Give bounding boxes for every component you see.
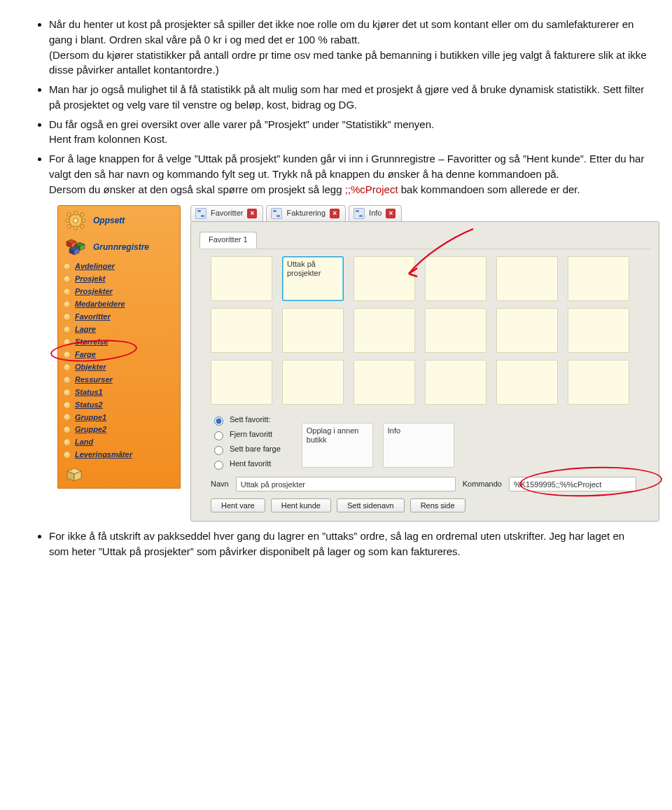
sidebar-item-leveringsmater[interactable]: Leveringsmåter	[64, 449, 180, 461]
svg-point-1	[74, 218, 78, 223]
hent-vare-button[interactable]: Hent vare	[211, 498, 265, 512]
fav-cell[interactable]	[568, 256, 629, 301]
sidebar-header-grunnregistre[interactable]: Grunnregistre	[58, 232, 180, 259]
fav-cell[interactable]	[425, 360, 486, 405]
svg-rect-7	[80, 212, 84, 216]
sidebar-item-gruppe1[interactable]: Gruppe1	[64, 412, 180, 424]
fav-cell[interactable]	[211, 308, 272, 353]
close-icon[interactable]: ×	[247, 209, 257, 218]
tab-label: Fakturering	[286, 208, 326, 219]
sidebar-item-prosjekt[interactable]: Prosjekt	[64, 273, 180, 286]
sidebar-item-label: Prosjekter	[75, 286, 113, 298]
navn-label: Navn	[211, 479, 229, 490]
radio-label: Fjern favoritt	[230, 429, 272, 440]
bullet-icon	[64, 452, 71, 459]
hent-kunde-button[interactable]: Hent kunde	[271, 498, 331, 512]
fav-cell[interactable]	[282, 308, 344, 353]
bullet-4-code: ;;%cProject	[345, 183, 398, 195]
fav-cell-selected[interactable]: Uttak på prosjekter	[282, 256, 344, 301]
app-screenshot: Oppsett	[57, 205, 659, 522]
fav-cell[interactable]	[354, 308, 415, 353]
sidebar-item-gruppe2[interactable]: Gruppe2	[64, 424, 180, 436]
sidebar-item-label: Status2	[75, 400, 103, 411]
bullet-1-p2: (Dersom du kjører statistikker på antall…	[49, 49, 647, 76]
radio-input[interactable]	[214, 461, 223, 470]
close-icon[interactable]: ×	[386, 209, 396, 218]
bullet-1-p1: Når du henter ut kost på prosjekter så s…	[49, 18, 634, 46]
fav-cell[interactable]	[496, 256, 558, 301]
sidebar-header-oppsett[interactable]: Oppsett	[58, 206, 180, 232]
sidebar-item-objekter[interactable]: Objekter	[64, 361, 180, 374]
radio-input[interactable]	[214, 431, 223, 440]
sidebar-item-label: Farge	[75, 349, 96, 361]
radio-hent-favoritt[interactable]: Hent favoritt	[211, 459, 281, 470]
sidebar-item-farge[interactable]: Farge	[64, 349, 180, 361]
bullet-2: Man har jo også mulighet til å få statis…	[49, 82, 647, 113]
tab-info[interactable]: Info×	[349, 205, 402, 221]
tab-favoritter[interactable]: Favoritter×	[190, 205, 263, 221]
sidebar-item-lagre[interactable]: Lagre	[64, 323, 180, 336]
sidebar-item-status1[interactable]: Status1	[64, 386, 180, 399]
bullet-icon	[64, 389, 71, 396]
bullet-icon	[64, 326, 71, 333]
bullet-4-p2c: bak kommandoen som allerede er der.	[398, 183, 580, 195]
sett-sidenavn-button[interactable]: Sett sidenavn	[337, 498, 405, 512]
sidebar-item-label: Objekter	[75, 362, 106, 373]
radio-label: Sett favoritt:	[230, 414, 271, 426]
bullet-icon	[64, 426, 71, 433]
fav-cell[interactable]	[496, 360, 558, 405]
bullet-3-p2: Hent fram kolonnen Kost.	[49, 133, 167, 145]
bullet-list-2: For ikke å få utskrift av pakkseddel hve…	[25, 529, 647, 559]
bullet-icon	[64, 288, 71, 295]
sidebar-item-avdelinger[interactable]: Avdelinger	[64, 260, 180, 273]
bullet-icon	[64, 414, 71, 421]
bullet-icon	[64, 377, 71, 384]
tab-bar: Favoritter× Fakturering× Info×	[185, 205, 659, 221]
fav-cell[interactable]	[354, 360, 415, 405]
radio-sett-favoritt[interactable]: Sett favoritt:	[211, 414, 281, 426]
fav-cell[interactable]	[425, 308, 486, 353]
sidebar-item-label: Ressurser	[75, 375, 113, 386]
radio-label: Sett bare farge	[230, 444, 281, 455]
tab-fakturering[interactable]: Fakturering×	[266, 205, 346, 221]
sidebar-item-label: Gruppe2	[75, 424, 106, 435]
bullet-3-p1: Du får også en grei oversikt over alle v…	[49, 118, 434, 130]
close-icon[interactable]: ×	[330, 209, 340, 218]
sidebar-item-prosjekter[interactable]: Prosjekter	[64, 286, 180, 298]
fav-cell[interactable]	[496, 308, 558, 353]
bullet-1: Når du henter ut kost på prosjekter så s…	[49, 17, 647, 78]
preview-cell-opplag[interactable]: Opplag i annen butikk	[302, 423, 373, 468]
workarea: Favoritter× Fakturering× Info× Favoritte…	[185, 205, 659, 522]
rens-side-button[interactable]: Rens side	[410, 498, 465, 512]
sidebar-item-storrelse[interactable]: Størrelse	[64, 336, 180, 349]
navn-input[interactable]	[236, 477, 456, 491]
bullet-list: Når du henter ut kost på prosjekter så s…	[25, 17, 647, 197]
sidebar-item-medarbeidere[interactable]: Medarbeidere	[64, 298, 180, 311]
radio-fjern-favoritt[interactable]: Fjern favoritt	[211, 429, 281, 440]
sidebar: Oppsett	[57, 205, 181, 489]
fav-cell[interactable]	[425, 256, 486, 301]
sidebar-item-status2[interactable]: Status2	[64, 399, 180, 412]
fav-cell[interactable]	[282, 360, 344, 405]
sidebar-item-land[interactable]: Land	[64, 436, 180, 449]
svg-rect-9	[80, 225, 84, 229]
subtab-favoritter-1[interactable]: Favoritter 1	[200, 232, 257, 249]
fav-cell[interactable]	[568, 308, 629, 353]
fav-cell-label: Uttak på prosjekter	[287, 260, 339, 277]
radio-group: Sett favoritt: Fjern favoritt Sett bare …	[211, 414, 281, 470]
bullet-icon	[64, 364, 71, 371]
svg-rect-8	[66, 225, 71, 229]
fav-cell[interactable]	[354, 256, 415, 301]
fav-cell[interactable]	[211, 360, 272, 405]
fav-cell[interactable]	[568, 360, 629, 405]
radio-input[interactable]	[214, 446, 223, 455]
name-kommando-row: Navn Kommando	[200, 477, 650, 491]
fav-cell[interactable]	[211, 256, 272, 301]
radio-sett-bare-farge[interactable]: Sett bare farge	[211, 444, 281, 455]
kommando-input[interactable]	[509, 477, 636, 491]
sidebar-item-ressurser[interactable]: Ressurser	[64, 374, 180, 386]
favoritter-panel: Favoritter 1 Uttak på prosjekter	[190, 221, 659, 522]
preview-cell-info[interactable]: Info	[383, 423, 454, 468]
sidebar-item-favoritter[interactable]: Favoritter	[64, 311, 180, 323]
radio-input[interactable]	[214, 417, 223, 426]
